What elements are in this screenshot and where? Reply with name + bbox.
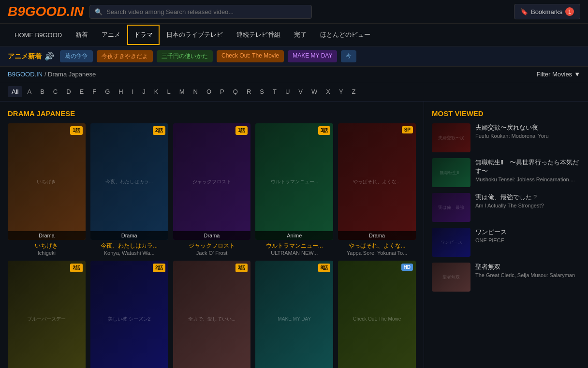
movie-card-1[interactable]: 今夜、わたしはカラ... 2話 Drama 今夜、わたしはカラ... Konya… <box>90 123 168 256</box>
mv-info-1: 無職転生Ⅱ 〜異世界行ったら本気だす〜 Mushoku Tensei: Jobl… <box>475 158 580 187</box>
nav-item-series[interactable]: 連続テレビ番組 <box>230 24 287 46</box>
alpha-item-o[interactable]: O <box>203 86 215 97</box>
breadcrumb-home[interactable]: B9GOOD.IN <box>8 71 43 78</box>
most-viewed-item-3[interactable]: ワンピース ワンピース ONE PIECE <box>432 228 580 257</box>
alpha-item-t[interactable]: T <box>269 86 280 97</box>
search-bar: 🔍 <box>89 5 312 19</box>
most-viewed-item-4[interactable]: 聖者無双 聖者無双 The Great Cleric, Seija Musou:… <box>432 263 580 292</box>
mv-title-jp-1: 無職転生Ⅱ 〜異世界行ったら本気だす〜 <box>475 158 580 176</box>
movie-title-jp-4: やっぱそれ、よくな... <box>338 242 416 250</box>
movie-thumb-8: MAKE MY DAY 8話 Anime <box>255 261 333 368</box>
movie-thumb-0: いちげき 1話 Drama <box>8 123 86 240</box>
alpha-item-v[interactable]: V <box>294 86 307 97</box>
marquee-tag-2[interactable]: 三千円の使いかた <box>157 50 213 62</box>
mv-title-en-4: The Great Cleric, Seija Musou: Salaryman <box>475 272 580 278</box>
alpha-item-r[interactable]: R <box>243 86 255 97</box>
mv-title-jp-3: ワンピース <box>475 228 580 236</box>
alpha-item-x[interactable]: X <box>322 86 334 97</box>
breadcrumb-bar: B9GOOD.IN / Drama Japanese Filter Movies… <box>0 67 588 82</box>
movie-badge-7: 3話 <box>235 264 248 272</box>
alpha-item-b[interactable]: B <box>36 86 48 97</box>
alpha-item-f[interactable]: F <box>88 86 100 97</box>
alpha-item-d[interactable]: D <box>62 86 74 97</box>
alpha-item-c[interactable]: C <box>49 86 61 97</box>
most-viewed-item-0[interactable]: 夫婦交歓〜戻 夫婦交歓〜戻れない夜 Fuufu Koukan: Modorena… <box>432 123 580 152</box>
most-viewed-title: MOST VIEWED <box>432 109 580 118</box>
movie-title-jp-2: ジャックフロスト <box>173 242 251 250</box>
marquee-tag-1[interactable]: 今夜すきやきだよ <box>97 50 153 62</box>
nav-item-complete[interactable]: 完了 <box>287 24 313 46</box>
alpha-item-w[interactable]: W <box>308 86 321 97</box>
alpha-item-s[interactable]: S <box>256 86 268 97</box>
breadcrumb-section: Drama Japanese <box>48 71 96 78</box>
nav-item-home[interactable]: HOME B9GOOD <box>8 25 69 45</box>
marquee-tag-5[interactable]: 今 <box>341 50 356 62</box>
movie-card-2[interactable]: ジャックフロスト 1話 Drama ジャックフロスト Jack O' Frost <box>173 123 251 256</box>
sidebar: MOST VIEWED 夫婦交歓〜戻 夫婦交歓〜戻れない夜 Fuufu Kouk… <box>424 102 588 368</box>
nav-item-new[interactable]: 新着 <box>69 24 95 46</box>
movie-card-7[interactable]: 全力で、愛していい... 3話 Drama 全力で、愛していい... Zenry… <box>173 261 251 368</box>
mv-title-en-3: ONE PIECE <box>475 237 580 243</box>
mv-thumb-3: ワンピース <box>432 228 470 257</box>
alpha-item-n[interactable]: N <box>190 86 202 97</box>
movie-title-en-0: Ichigeki <box>8 250 86 256</box>
alpha-item-q[interactable]: Q <box>229 86 242 97</box>
logo[interactable]: B9GOOD.IN <box>8 4 84 19</box>
movie-card-9[interactable]: Check Out: The Movie HD Movie Check Out:… <box>338 261 416 368</box>
movie-card-8[interactable]: MAKE MY DAY 8話 Anime MAKE MY DAY MAKE MY… <box>255 261 333 368</box>
alpha-item-i[interactable]: I <box>128 86 138 97</box>
mv-title-jp-4: 聖者無双 <box>475 263 580 271</box>
alpha-item-u[interactable]: U <box>281 86 294 97</box>
mv-thumb-2: 実は俺、最強 <box>432 193 470 222</box>
chevron-down-icon: ▼ <box>574 71 580 78</box>
alpha-item-l[interactable]: L <box>163 86 175 97</box>
most-viewed-item-2[interactable]: 実は俺、最強 実は俺、最強でした？ Am I Actually The Stro… <box>432 193 580 222</box>
alpha-item-y[interactable]: Y <box>335 86 347 97</box>
marquee-tag-0[interactable]: 葛の争争 <box>60 50 93 62</box>
marquee-label-text: アニメ新着 <box>8 52 42 61</box>
bookmarks-label: Bookmarks <box>531 8 562 15</box>
movie-badge-6: 2話 <box>153 264 165 272</box>
nav-item-mostviewed[interactable]: ほとんどのビュー <box>313 24 377 46</box>
movie-badge-2: 1話 <box>235 126 248 135</box>
most-viewed-item-1[interactable]: 無職転生Ⅱ 無職転生Ⅱ 〜異世界行ったら本気だす〜 Mushoku Tensei… <box>432 158 580 187</box>
movie-card-5[interactable]: ブルーバースデー 2話 Drama ブルーバースデー Blue Birthday <box>8 261 86 368</box>
alpha-item-e[interactable]: E <box>76 86 88 97</box>
movie-title-jp-0: いちげき <box>8 242 86 250</box>
search-input[interactable] <box>106 8 307 15</box>
movie-card-6[interactable]: 美しい彼 シーズン2 2話 Drama 美しい彼 シーズン2 Utsukushi… <box>90 261 168 368</box>
movie-card-0[interactable]: いちげき 1話 Drama いちげき Ichigeki <box>8 123 86 256</box>
movie-title-jp-1: 今夜、わたしはカラ... <box>90 242 168 250</box>
nav-item-anime[interactable]: アニメ <box>95 24 127 46</box>
alpha-item-z[interactable]: Z <box>348 86 360 97</box>
alpha-item-a[interactable]: A <box>23 86 35 97</box>
movie-card-4[interactable]: やっぱそれ、よくな... SP Drama やっぱそれ、よくな... Yappa… <box>338 123 416 256</box>
marquee-bar: アニメ新着 🔊 葛の争争 今夜すきやきだよ 三千円の使いかた Check Out… <box>0 46 588 67</box>
movie-type-4: Drama <box>338 231 416 240</box>
alpha-item-g[interactable]: G <box>101 86 114 97</box>
mv-thumb-1: 無職転生Ⅱ <box>432 158 470 187</box>
alpha-item-all[interactable]: All <box>8 86 22 97</box>
movie-thumb-2: ジャックフロスト 1話 Drama <box>173 123 251 240</box>
mv-info-3: ワンピース ONE PIECE <box>475 228 580 257</box>
search-icon: 🔍 <box>95 8 103 15</box>
movie-type-0: Drama <box>8 231 86 240</box>
mv-title-jp-0: 夫婦交歓〜戻れない夜 <box>475 123 580 132</box>
bookmarks-button[interactable]: 🔖 Bookmarks 1 <box>514 4 580 19</box>
movie-badge-5: 2話 <box>70 264 83 272</box>
filter-movies-button[interactable]: Filter Movies ▼ <box>536 71 580 78</box>
alpha-item-k[interactable]: K <box>150 86 162 97</box>
alpha-item-m[interactable]: M <box>176 86 189 97</box>
movie-card-3[interactable]: ウルトラマンニュー... 3話 Anime ウルトラマンニュー... ULTRA… <box>255 123 333 256</box>
nav-item-drama[interactable]: ドラマ <box>127 25 160 45</box>
sound-icon: 🔊 <box>44 52 54 61</box>
nav-item-live[interactable]: 日本のライブテレビ <box>160 24 230 46</box>
mv-info-0: 夫婦交歓〜戻れない夜 Fuufu Koukan: Modorenai Yoru <box>475 123 580 152</box>
mv-thumb-4: 聖者無双 <box>432 263 470 292</box>
alpha-item-h[interactable]: H <box>115 86 127 97</box>
marquee-tag-3[interactable]: Check Out: The Movie <box>217 50 284 62</box>
alpha-item-j[interactable]: J <box>138 86 149 97</box>
marquee-tag-4[interactable]: MAKE MY DAY <box>288 50 337 62</box>
movie-thumb-1: 今夜、わたしはカラ... 2話 Drama <box>90 123 168 240</box>
alpha-item-p[interactable]: P <box>216 86 228 97</box>
